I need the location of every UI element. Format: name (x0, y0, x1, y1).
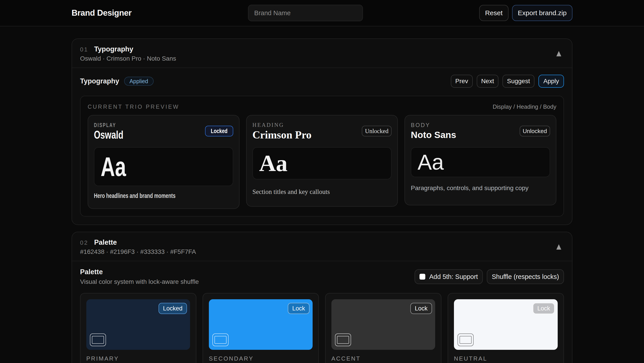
reset-button[interactable]: Reset (479, 5, 508, 21)
palette-subtitle: Visual color system with lock-aware shuf… (80, 278, 199, 286)
font-caption: Hero headlines and brand moments (94, 192, 197, 200)
font-card-display: DISPLAY Oswald Locked Aa Hero headlines … (88, 115, 240, 209)
font-role-label: DISPLAY (94, 122, 197, 128)
section-summary: #162438 · #2196F3 · #333333 · #F5F7FA (80, 248, 196, 256)
swatch-card-primary: Locked PRIMARY (80, 293, 196, 363)
typography-section: 01 Typography Oswald · Crimson Pro · Not… (72, 38, 572, 225)
swatch-accent[interactable]: Lock (332, 299, 435, 350)
add-5th-checkbox[interactable] (420, 274, 425, 280)
font-name: Oswald (94, 129, 197, 141)
next-button[interactable]: Next (477, 75, 499, 88)
section-title: Palette (94, 238, 117, 246)
trio-preview-panel: CURRENT TRIO PREVIEW Display / Heading /… (80, 96, 564, 216)
font-caption: Paragraphs, controls, and supporting cop… (411, 184, 550, 192)
section-index: 01 (80, 46, 88, 53)
app-title: Brand Designer (72, 8, 132, 18)
apply-button[interactable]: Apply (538, 75, 564, 88)
swatch-lock-badge[interactable]: Lock (410, 303, 432, 314)
font-sample: Aa (252, 147, 392, 180)
typography-section-header[interactable]: 01 Typography Oswald · Crimson Pro · Not… (72, 39, 572, 68)
swatch-neutral[interactable]: Lock (454, 299, 558, 350)
frame-icon (90, 334, 106, 346)
palette-section-header[interactable]: 02 Palette #162438 · #2196F3 · #333333 ·… (72, 232, 572, 261)
section-title: Typography (94, 45, 133, 53)
font-card-heading: HEADING Crimson Pro Unlocked Aa Section … (246, 115, 398, 207)
swatch-card-accent: Lock ACCENT (325, 293, 442, 363)
lock-badge[interactable]: Locked (205, 126, 233, 136)
font-card-body: BODY Noto Sans Unlocked Aa Paragraphs, c… (404, 115, 556, 205)
applied-badge: Applied (124, 77, 154, 86)
lock-badge[interactable]: Unlocked (362, 126, 392, 136)
font-sample: Aa (94, 147, 233, 186)
frame-icon (335, 334, 351, 346)
swatch-label: NEUTRAL (454, 355, 558, 362)
font-caption: Section titles and key callouts (252, 188, 392, 196)
swatch-lock-badge[interactable]: Locked (158, 303, 187, 314)
shuffle-button-label: Shuffle (respects locks) (492, 273, 559, 280)
frame-icon (212, 334, 228, 346)
section-summary: Oswald · Crimson Pro · Noto Sans (80, 55, 176, 62)
frame-icon (458, 334, 474, 346)
trio-preview-heading: CURRENT TRIO PREVIEW (88, 104, 179, 110)
swatch-card-secondary: Lock SECONDARY (202, 293, 319, 363)
palette-section-header-text: 02 Palette #162438 · #2196F3 · #333333 ·… (80, 238, 196, 256)
app-header: Brand Designer Reset Export brand.zip (0, 0, 644, 26)
trio-preview-legend: Display / Heading / Body (492, 103, 556, 110)
add-5th-toggle[interactable]: Add 5th: Support (414, 269, 483, 284)
swatch-lock-badge[interactable]: Lock (533, 303, 554, 314)
collapse-triangle-icon[interactable] (556, 244, 561, 250)
section-index: 02 (80, 239, 88, 246)
swatch-secondary[interactable]: Lock (209, 299, 312, 350)
typography-panel-title: Typography (80, 77, 119, 85)
add-5th-label: Add 5th: Support (429, 273, 478, 280)
palette-section: 02 Palette #162438 · #2196F3 · #333333 ·… (72, 232, 572, 363)
swatch-label: ACCENT (332, 355, 435, 362)
font-sample: Aa (411, 147, 550, 177)
lock-badge[interactable]: Unlocked (520, 126, 550, 136)
swatch-primary[interactable]: Locked (86, 299, 190, 350)
palette-panel-title: Palette (80, 268, 199, 276)
swatch-lock-badge[interactable]: Lock (288, 303, 310, 314)
prev-button[interactable]: Prev (451, 75, 473, 88)
swatch-label: SECONDARY (209, 355, 312, 362)
header-actions: Reset Export brand.zip (479, 5, 572, 21)
brand-name-input[interactable] (248, 5, 363, 21)
swatch-card-neutral: Lock NEUTRAL (448, 293, 564, 363)
collapse-triangle-icon[interactable] (556, 51, 561, 56)
swatch-label: PRIMARY (86, 355, 190, 362)
shuffle-button[interactable]: Shuffle (respects locks) (487, 269, 564, 284)
export-button[interactable]: Export brand.zip (512, 5, 572, 21)
suggest-button[interactable]: Suggest (502, 75, 534, 88)
typography-section-header-text: 01 Typography Oswald · Crimson Pro · Not… (80, 45, 176, 62)
